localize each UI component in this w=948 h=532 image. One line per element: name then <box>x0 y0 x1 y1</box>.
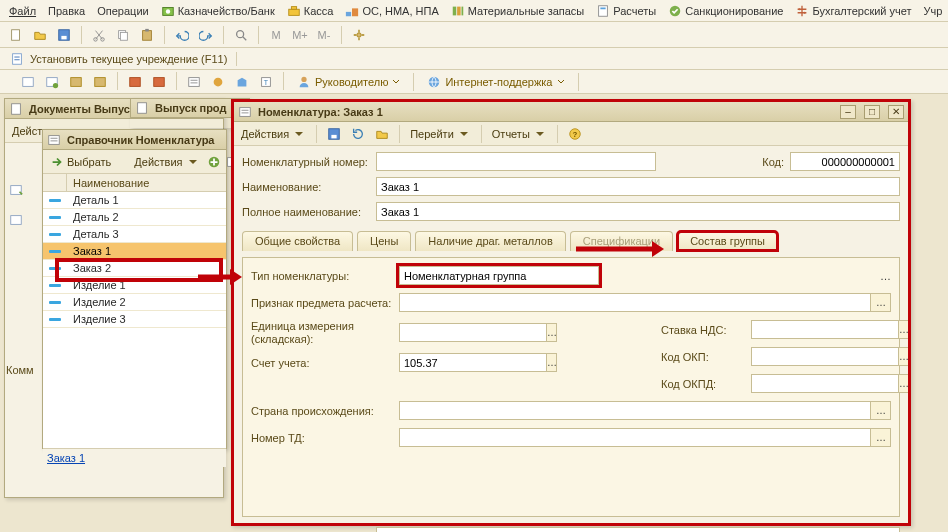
svg-rect-28 <box>23 77 34 86</box>
help-icon[interactable]: ? <box>565 124 585 144</box>
menu-calc[interactable]: Расчеты <box>593 2 659 20</box>
tbtn2-4[interactable] <box>90 72 110 92</box>
dict-actions-button[interactable]: Действия <box>131 155 202 169</box>
nomen-folder-icon[interactable] <box>372 124 392 144</box>
close-button[interactable]: ✕ <box>888 105 904 119</box>
m-plus-icon[interactable]: M+ <box>290 25 310 45</box>
tab-metals[interactable]: Наличие драг. металлов <box>415 231 565 251</box>
list-item[interactable]: Деталь 3 <box>43 226 226 243</box>
tbtn2-10[interactable]: T <box>256 72 276 92</box>
paste-icon[interactable] <box>137 25 157 45</box>
okpd-pick-button[interactable]: … <box>899 374 908 393</box>
undo-icon[interactable] <box>172 25 192 45</box>
nomen-actions-button[interactable]: Действия <box>238 127 309 141</box>
input-okp[interactable] <box>751 347 899 366</box>
menu-edit[interactable]: Правка <box>45 3 88 19</box>
input-code[interactable] <box>790 152 900 171</box>
svg-rect-44 <box>11 216 22 225</box>
unit-pick-button[interactable]: … <box>547 323 557 342</box>
account-pick-button[interactable]: … <box>547 353 557 372</box>
input-td[interactable] <box>399 428 871 447</box>
label-nds: Ставка НДС: <box>661 324 745 336</box>
menu-assets[interactable]: ОС, НМА, НПА <box>342 2 441 20</box>
main-menu: Файл Правка Операции Казначейство/Банк К… <box>0 0 948 22</box>
m-minus-icon[interactable]: M- <box>314 25 334 45</box>
okp-pick-button[interactable]: … <box>899 347 908 366</box>
left-icon-2[interactable] <box>6 210 26 230</box>
input-unit[interactable] <box>399 323 547 342</box>
nomen-goto-button[interactable]: Перейти <box>407 127 474 141</box>
dict-select-button[interactable]: Выбрать <box>47 154 117 170</box>
input-nds[interactable] <box>751 320 899 339</box>
nomen-save-icon[interactable] <box>324 124 344 144</box>
list-item[interactable]: Изделие 2 <box>43 294 226 311</box>
link-ruk[interactable]: Руководителю <box>297 75 400 89</box>
tbtn2-2[interactable] <box>42 72 62 92</box>
tbtn2-5[interactable] <box>125 72 145 92</box>
input-type[interactable] <box>399 266 599 285</box>
open-icon[interactable] <box>30 25 50 45</box>
input-account[interactable] <box>399 353 547 372</box>
input-comment[interactable] <box>376 527 900 532</box>
td-pick-button[interactable]: … <box>871 428 891 447</box>
find-icon[interactable] <box>231 25 251 45</box>
list-item[interactable]: Заказ 2 <box>43 260 226 277</box>
copy-icon[interactable] <box>113 25 133 45</box>
dict-column-header[interactable]: Наименование <box>67 177 226 189</box>
tab-prices[interactable]: Цены <box>357 231 411 251</box>
set-institution-label[interactable]: Установить текущее учреждение (F11) <box>30 53 227 65</box>
menu-accounting[interactable]: Бухгалтерский учет <box>792 2 914 20</box>
input-country[interactable] <box>399 401 871 420</box>
tab-spec[interactable]: Спецификации <box>570 231 673 251</box>
dict-footer-link[interactable]: Заказ 1 <box>43 448 226 467</box>
input-nomen-number[interactable] <box>376 152 656 171</box>
svg-rect-33 <box>130 77 141 86</box>
dict-add-icon[interactable] <box>207 152 221 172</box>
input-name[interactable] <box>376 177 900 196</box>
new-doc-icon[interactable] <box>6 25 26 45</box>
menu-file[interactable]: Файл <box>6 3 39 19</box>
list-item[interactable]: Изделие 3 <box>43 311 226 328</box>
tbtn2-1[interactable] <box>18 72 38 92</box>
menu-sanction[interactable]: Санкционирование <box>665 2 786 20</box>
cut-icon[interactable] <box>89 25 109 45</box>
tbtn2-7[interactable] <box>184 72 204 92</box>
menu-treasury[interactable]: Казначейство/Банк <box>158 2 278 20</box>
tbtn2-6[interactable] <box>149 72 169 92</box>
minimize-button[interactable]: – <box>840 105 856 119</box>
tab-group[interactable]: Состав группы <box>677 231 778 251</box>
maximize-button[interactable]: □ <box>864 105 880 119</box>
nomen-reread-icon[interactable] <box>348 124 368 144</box>
nds-pick-button[interactable]: … <box>899 320 908 339</box>
link-internet[interactable]: Интернет-поддержка <box>427 75 564 89</box>
redo-icon[interactable] <box>196 25 216 45</box>
type-pick-button[interactable]: … <box>880 270 891 282</box>
list-item[interactable]: Деталь 2 <box>43 209 226 226</box>
list-item[interactable]: Изделие 1 <box>43 277 226 294</box>
tbtn2-9[interactable] <box>232 72 252 92</box>
input-fullname[interactable] <box>376 202 900 221</box>
tbtn2-8[interactable] <box>208 72 228 92</box>
tbtn2-3[interactable] <box>66 72 86 92</box>
list-item-selected[interactable]: Заказ 1 <box>43 243 226 260</box>
left-icon-1[interactable] <box>6 180 26 200</box>
svg-rect-34 <box>154 77 165 86</box>
save-icon[interactable] <box>54 25 74 45</box>
svg-rect-7 <box>457 6 461 15</box>
m-icon[interactable]: M <box>266 25 286 45</box>
menu-cash[interactable]: Касса <box>284 2 337 20</box>
svg-rect-6 <box>453 6 457 15</box>
tab-common[interactable]: Общие свойства <box>242 231 353 251</box>
menu-inventory[interactable]: Материальные запасы <box>448 2 588 20</box>
list-item[interactable]: Деталь 1 <box>43 192 226 209</box>
svg-rect-26 <box>14 56 19 57</box>
country-pick-button[interactable]: … <box>871 401 891 420</box>
input-okpd[interactable] <box>751 374 899 393</box>
menu-operations[interactable]: Операции <box>94 3 151 19</box>
menu-uchr[interactable]: Учр <box>921 3 946 19</box>
attr-pick-button[interactable]: … <box>871 293 891 312</box>
settings-icon[interactable] <box>349 25 369 45</box>
input-attr[interactable] <box>399 293 871 312</box>
person-icon <box>297 75 311 89</box>
nomen-reports-button[interactable]: Отчеты <box>489 127 550 141</box>
